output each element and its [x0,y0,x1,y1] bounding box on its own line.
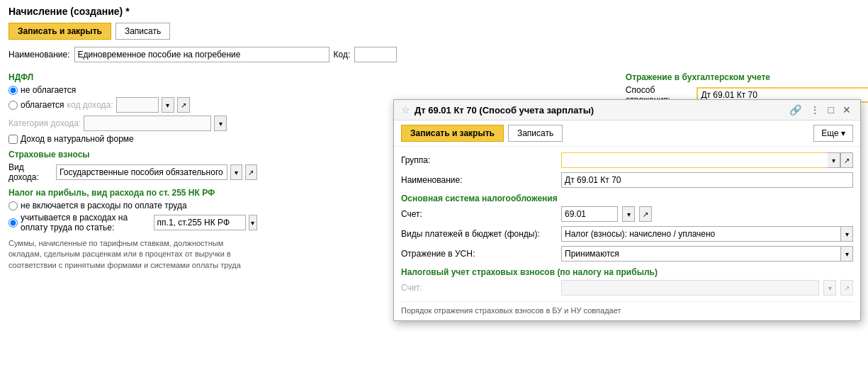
natural-income-label: Доход в натуральной форме [21,134,134,144]
popup-group-row: Группа: ▾ ↗ [401,152,853,168]
popup-more-button[interactable]: Еще ▾ [813,125,853,142]
taxable-row: облагается код дохода: ▾ ↗ [9,97,257,113]
article-input[interactable] [154,215,246,230]
popup-dialog: ☆ Дт 69.01 Кт 70 (Способ учета зарплаты)… [393,99,861,321]
not-included-row: не включается в расходы по оплате труда [9,201,257,211]
save-close-button[interactable]: Записать и закрыть [9,23,111,40]
popup-usn-input[interactable] [561,246,840,262]
popup-account-link-icon[interactable]: ↗ [639,206,652,222]
name-label: Наименование: [9,50,70,60]
popup-tax-account-row: Счет: ▾ ↗ [401,280,853,296]
popup-link-icon[interactable]: 🔗 [787,104,804,116]
popup-group-input-group: ▾ ↗ [561,152,853,168]
popup-account-dropdown-arrow[interactable]: ▾ [622,206,635,222]
not-taxable-label: не облагается [21,85,76,95]
popup-name-input[interactable] [561,172,853,188]
favorite-icon[interactable]: ☆ [401,104,410,116]
popup-title: Дт 69.01 Кт 70 (Способ учета зарплаты) [415,105,783,116]
tax-profit-radio-group: не включается в расходы по оплате труда … [9,201,257,232]
popup-usn-label: Отражение в УСН: [401,249,557,259]
popup-payment-types-input[interactable] [561,226,840,242]
popup-group-input[interactable] [561,152,828,168]
popup-usn-dropdown: ▾ [561,246,853,262]
name-input[interactable] [74,47,329,62]
article-dropdown-arrow[interactable]: ▾ [249,215,257,230]
income-type-row: Вид дохода: ▾ ↗ [9,162,257,182]
income-type-link-icon[interactable]: ↗ [245,164,257,180]
insurance-header: Страховые взносы [9,150,257,159]
popup-name-label: Наименование: [401,175,557,185]
popup-payment-types-row: Виды платежей в бюджет (фонды): ▾ [401,226,853,242]
popup-save-close-button[interactable]: Записать и закрыть [401,125,504,142]
income-type-label: Вид дохода: [9,162,53,182]
ndfl-radio-group: не облагается облагается код дохода: ▾ ↗ [9,85,257,113]
popup-group-dropdown-arrow[interactable]: ▾ [828,152,840,168]
income-category-row: Категория дохода: ▾ [9,116,257,131]
natural-income-row: Доход в натуральной форме [9,134,257,144]
income-code-link-icon[interactable]: ↗ [177,97,190,113]
popup-expand-icon[interactable]: □ [826,104,836,116]
popup-usn-arrow[interactable]: ▾ [840,246,853,262]
popup-header: ☆ Дт 69.01 Кт 70 (Способ учета зарплаты)… [394,100,860,120]
not-included-radio[interactable] [9,201,18,211]
taxable-radio[interactable] [9,101,18,110]
income-code-label: код дохода: [67,100,113,110]
included-label: учитывается в расходах на оплату труда п… [21,213,151,232]
popup-tax-account-label: Счет: [401,283,557,293]
popup-tax-account-link-icon: ↗ [840,280,853,296]
popup-tax-account-input [561,280,819,296]
popup-footer-text: Порядок отражения страховых взносов в БУ… [401,301,853,315]
income-category-label: Категория дохода: [9,118,81,128]
popup-account-input[interactable] [561,206,618,222]
popup-tax-account-arrow: ▾ [823,280,836,296]
code-input[interactable] [354,47,397,62]
ndfl-header: НДФЛ [9,72,257,82]
popup-tax-insurance-header: Налоговый учет страховых взносов (по нал… [401,267,853,277]
taxable-label: облагается [21,100,64,110]
tax-profit-header: Налог на прибыль, вид расхода по ст. 255… [9,188,257,198]
income-category-input [84,116,211,131]
popup-more-icon[interactable]: ⋮ [808,104,822,116]
code-label: Код: [334,50,351,60]
popup-payment-types-arrow[interactable]: ▾ [840,226,853,242]
income-type-dropdown-arrow[interactable]: ▾ [230,164,242,180]
popup-account-row: Счет: ▾ ↗ [401,206,853,222]
main-toolbar: Записать и закрыть Записать [9,23,859,40]
income-code-dropdown-arrow[interactable]: ▾ [162,97,174,113]
popup-save-button[interactable]: Записать [508,125,563,142]
popup-name-row: Наименование: [401,172,853,188]
not-taxable-row: не облагается [9,85,257,95]
tax-profit-footer: Суммы, начисленные по тарифным ставкам, … [9,238,257,271]
popup-close-icon[interactable]: ✕ [840,104,853,116]
save-button[interactable]: Записать [115,23,170,40]
popup-group-label: Группа: [401,155,557,165]
not-included-label: не включается в расходы по оплате труда [21,201,187,211]
natural-income-checkbox[interactable] [9,135,18,144]
main-container: Начисление (создание) * Записать и закры… [0,0,868,276]
popup-group-link-icon[interactable]: ↗ [840,152,853,168]
popup-toolbar: Записать и закрыть Записать Еще ▾ [394,120,860,147]
income-type-input[interactable] [56,164,227,180]
not-taxable-radio[interactable] [9,86,18,95]
income-code-input [116,97,159,113]
page-title: Начисление (создание) * [9,6,859,17]
included-row: учитывается в расходах на оплату труда п… [9,213,257,232]
reflection-header: Отражение в бухгалтерском учете [626,72,868,82]
left-panel: НДФЛ не облагается облагается код дохода… [9,67,257,271]
included-radio[interactable] [9,218,18,228]
popup-account-label: Счет: [401,209,557,219]
popup-usn-row: Отражение в УСН: ▾ [401,246,853,262]
popup-main-tax-header: Основная система налогообложения [401,194,853,203]
income-category-dropdown-arrow: ▾ [214,116,227,131]
popup-body: Группа: ▾ ↗ Наименование: Основная систе… [394,147,860,320]
popup-payment-types-dropdown: ▾ [561,226,853,242]
name-row: Наименование: Код: [9,47,859,62]
popup-payment-types-label: Виды платежей в бюджет (фонды): [401,229,557,239]
